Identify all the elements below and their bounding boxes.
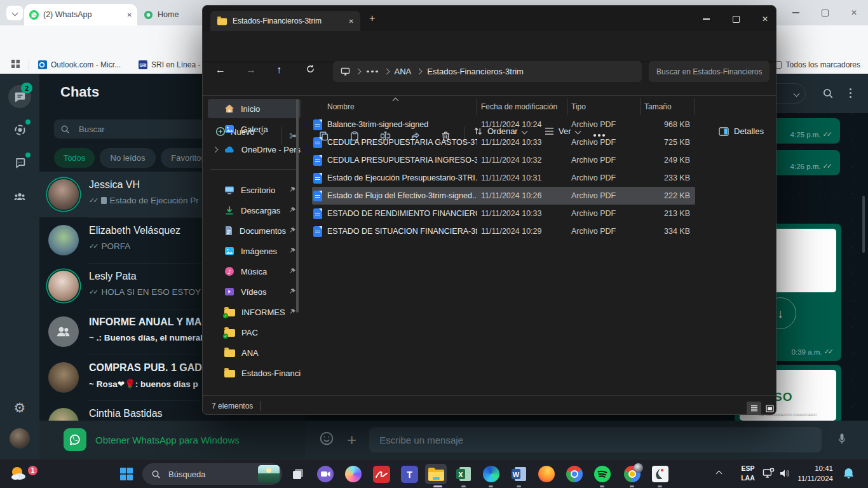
profile-avatar[interactable] xyxy=(8,427,31,450)
sidebar-item-documentos[interactable]: Documentos xyxy=(208,221,301,240)
emoji-icon[interactable] xyxy=(319,431,334,449)
explorer-maximize-button[interactable] xyxy=(725,11,747,27)
firmaec-app-icon[interactable] xyxy=(370,464,392,484)
word-app-icon[interactable]: W xyxy=(508,464,530,484)
file-row-selected[interactable]: Estado de Flujo del Efectivo-3trim-signe… xyxy=(312,187,695,205)
network-icon[interactable] xyxy=(763,468,775,478)
chrome-profile-app-icon[interactable] xyxy=(621,464,643,484)
sidebar-label: ANA xyxy=(241,348,259,358)
sidebar-item-onedrive[interactable]: OneDrive - Pers xyxy=(208,140,301,159)
message-input[interactable] xyxy=(369,427,822,452)
mic-icon[interactable] xyxy=(836,432,848,447)
sidebar-item-inicio[interactable]: Inicio xyxy=(208,99,301,118)
file-date: 11/11/2024 10:31 xyxy=(477,173,567,182)
pdf-file-icon xyxy=(313,191,322,201)
read-receipt-icon: ✓✓ xyxy=(823,162,831,170)
taskbar-search[interactable] xyxy=(142,463,282,485)
taskbar-search-input[interactable] xyxy=(167,469,233,480)
thumbnail-view-button[interactable] xyxy=(763,402,777,415)
column-header-date[interactable]: Fecha de modificación xyxy=(477,98,567,115)
sidebar-item-descargas[interactable]: Descargas xyxy=(208,201,301,220)
firefox-app-icon[interactable] xyxy=(536,464,557,484)
gallery-icon xyxy=(224,124,234,134)
sidebar-scrollbar[interactable] xyxy=(296,99,299,313)
tab-search-button[interactable] xyxy=(6,6,23,20)
apps-grid-icon[interactable] xyxy=(11,59,20,71)
notification-bell-icon[interactable] xyxy=(843,467,855,480)
running-indicator xyxy=(658,485,662,487)
browser-minimize-button[interactable] xyxy=(786,4,805,21)
list-view-button[interactable] xyxy=(747,402,761,415)
download-app-banner[interactable]: Obtener WhatsApp para Windows xyxy=(39,421,305,459)
file-row[interactable]: ESTADO DE RENDIMIENTO FINANCIERO-... 11/… xyxy=(312,205,695,222)
folder-icon xyxy=(224,370,235,377)
language-indicator[interactable]: ESP LAA xyxy=(737,464,759,483)
filter-todos[interactable]: Todos xyxy=(54,148,95,168)
chat-search-input[interactable] xyxy=(78,124,175,135)
settings-gear-icon[interactable]: ⚙ xyxy=(8,396,31,419)
divider xyxy=(29,60,29,70)
sidebar-item-pac[interactable]: PAC xyxy=(208,323,301,342)
chat-preview-text: PORFA xyxy=(101,241,130,251)
all-bookmarks-button[interactable]: Todos los marcadores xyxy=(774,60,860,69)
conversation-search-icon[interactable] xyxy=(822,88,834,102)
sidebar-item-imagenes[interactable]: Imágenes xyxy=(208,241,301,261)
file-row[interactable]: Balance-3trim-signed-signed 11/11/2024 1… xyxy=(312,116,695,133)
column-header-size[interactable]: Tamaño xyxy=(641,98,695,115)
file-explorer-app-icon[interactable] xyxy=(425,464,447,484)
filter-no-leidos[interactable]: No leídos xyxy=(100,148,156,168)
file-row[interactable]: Estado de Ejecución Presupuestario-3TRI.… xyxy=(312,169,695,187)
copilot-app-icon[interactable] xyxy=(342,464,364,484)
excel-app-icon[interactable]: X xyxy=(453,464,475,484)
teams-app-icon[interactable]: T xyxy=(398,464,420,484)
clock-widget[interactable]: 10:41 11/11/2024 xyxy=(790,463,833,484)
chat-search[interactable] xyxy=(54,119,218,139)
tray-chevron-up-icon[interactable] xyxy=(717,471,721,476)
bookmark-sri[interactable]: SRI SRI en Línea - xyxy=(139,60,200,69)
volume-icon[interactable] xyxy=(779,468,790,478)
task-view-button[interactable] xyxy=(287,464,309,484)
browser-restore-button[interactable] xyxy=(815,4,834,21)
meet-app-icon[interactable] xyxy=(315,464,336,484)
spotify-app-icon[interactable] xyxy=(592,464,613,484)
edge-app-icon[interactable] xyxy=(480,464,502,484)
chrome-app-icon[interactable] xyxy=(564,464,585,484)
new-tab-icon[interactable] xyxy=(369,13,375,24)
explorer-minimize-button[interactable] xyxy=(695,11,717,27)
java-app-icon[interactable] xyxy=(649,464,671,484)
weather-widget[interactable]: 1 xyxy=(9,464,31,484)
file-name: Balance-3trim-signed-signed xyxy=(327,120,477,129)
browser-close-button[interactable] xyxy=(844,4,864,21)
communities-nav-icon[interactable] xyxy=(8,186,31,208)
explorer-close-button[interactable] xyxy=(754,11,776,27)
sidebar-item-galeria[interactable]: Galería xyxy=(208,119,301,139)
file-date: 11/11/2024 10:29 xyxy=(477,227,567,236)
sidebar-item-videos[interactable]: Vídeos xyxy=(208,282,301,301)
group-avatar xyxy=(48,316,79,347)
file-row[interactable]: CEDULA PRESUPUESTARIA GASTOS-3TRI... 11/… xyxy=(312,133,695,151)
sidebar-item-informes[interactable]: INFORMES xyxy=(208,302,301,322)
browser-tab-whatsapp[interactable]: (2) WhatsApp xyxy=(24,4,137,25)
search-highlight-image[interactable] xyxy=(258,465,280,483)
folder-icon xyxy=(217,18,227,25)
close-tab-icon[interactable] xyxy=(349,18,354,25)
close-tab-icon[interactable] xyxy=(127,11,132,18)
column-header-type[interactable]: Tipo xyxy=(567,98,641,115)
bookmark-outlook[interactable]: Outlook.com - Micr... xyxy=(38,60,121,69)
sidebar-item-musica[interactable]: ♪ Música xyxy=(208,262,301,281)
browser-tab-home[interactable]: Home xyxy=(144,6,179,23)
sidebar-item-estados-financieros[interactable]: Estados-Financi xyxy=(208,363,301,383)
sidebar-item-escritorio[interactable]: Escritorio xyxy=(208,180,301,200)
explorer-tab[interactable]: Estados-Financieros-3trim xyxy=(210,11,360,31)
attach-plus-icon[interactable]: + xyxy=(347,431,356,448)
conversation-menu-icon[interactable] xyxy=(850,92,851,94)
file-row[interactable]: CEDULA PRESUPUESTARIA INGRESO-3TRI... 11… xyxy=(312,151,695,169)
scrollbar[interactable] xyxy=(862,196,865,253)
details-button[interactable]: Detalles xyxy=(719,126,764,136)
search-icon xyxy=(151,470,161,479)
file-row[interactable]: ESTADO DE SITUACION FINANCIERA-3tri... 1… xyxy=(312,222,695,240)
sidebar-item-ana[interactable]: ANA xyxy=(208,343,301,362)
explorer-title-bar[interactable]: Estados-Financieros-3trim xyxy=(203,6,776,31)
start-button[interactable] xyxy=(116,464,137,484)
expand-chevron-icon[interactable] xyxy=(212,146,219,152)
